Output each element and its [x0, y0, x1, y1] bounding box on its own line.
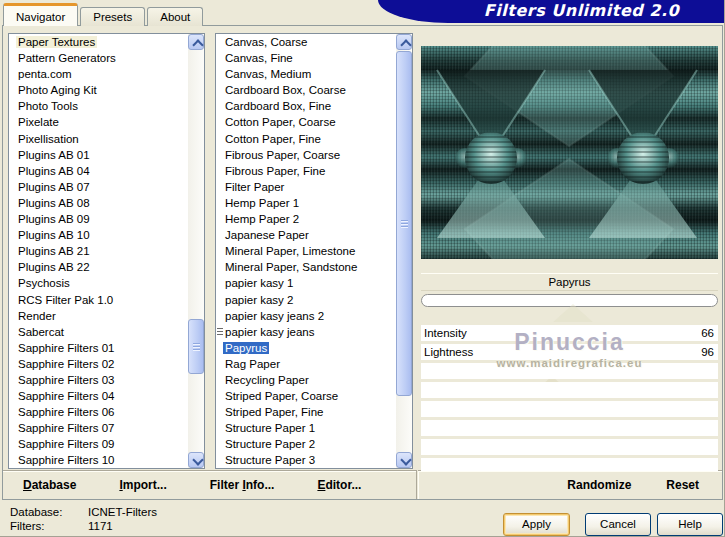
filter-list-item[interactable]: Hemp Paper 2 — [216, 211, 395, 227]
parameter-slider-row[interactable] — [421, 439, 718, 455]
parameter-slider-row[interactable] — [421, 401, 718, 417]
parameter-slider-row[interactable]: Lightness 96 — [421, 344, 718, 360]
filter-list-item[interactable]: papier kasy jeans 2 — [216, 308, 395, 324]
apply-button[interactable]: Apply — [503, 513, 570, 536]
parameter-slider-row[interactable] — [421, 458, 718, 471]
reset-button[interactable]: Reset — [666, 478, 699, 492]
category-list-item[interactable]: Pattern Generators — [9, 50, 187, 66]
preview-pattern — [421, 46, 718, 259]
filter-list-item[interactable]: papier kasy 2 — [216, 292, 395, 308]
title-banner: Filters Unlimited 2.0 — [378, 0, 725, 23]
category-list-item[interactable]: Photo Aging Kit — [9, 82, 187, 98]
filter-list-item[interactable]: Striped Paper, Coarse — [216, 388, 395, 404]
category-list-item[interactable]: Sapphire Filters 07 — [9, 420, 187, 436]
filter-list-item[interactable]: Canvas, Coarse — [216, 34, 395, 50]
status-filters-row: Filters:1171 — [10, 519, 157, 533]
filter-list-item[interactable]: Rag Paper — [216, 356, 395, 372]
filter-list-item[interactable]: Hemp Paper 1 — [216, 195, 395, 211]
parameter-label: Intensity — [424, 325, 467, 341]
parameter-panel: Intensity 66 Lightness 96 — [421, 325, 718, 471]
import-button[interactable]: Import... — [119, 478, 166, 492]
category-list-item[interactable]: Sapphire Filters 10 — [9, 452, 187, 468]
category-list-item[interactable]: Plugins AB 04 — [9, 163, 187, 179]
filter-list-item[interactable]: Recycling Paper — [216, 372, 395, 388]
category-scroll-thumb[interactable] — [188, 319, 204, 374]
category-list-item[interactable]: Sapphire Filters 02 — [9, 356, 187, 372]
parameter-value: 96 — [701, 344, 714, 360]
filters-count: 1171 — [88, 520, 113, 532]
parameter-slider-row[interactable]: Intensity 66 — [421, 325, 718, 341]
filter-list-item[interactable]: Structure Paper 2 — [216, 436, 395, 452]
filter-list-item[interactable]: Mineral Paper, Limestone — [216, 243, 395, 259]
category-list-item[interactable]: Plugins AB 21 — [9, 243, 187, 259]
category-list-item[interactable]: Plugins AB 22 — [9, 259, 187, 275]
category-list-item[interactable]: Photo Tools — [9, 98, 187, 114]
category-list-item[interactable]: Render — [9, 308, 187, 324]
filter-list-item[interactable]: papier kasy jeans — [216, 324, 395, 340]
filter-listbox[interactable]: Canvas, Coarse Canvas, Fine Canvas, Medi… — [215, 33, 413, 469]
category-list-item[interactable]: Pixellisation — [9, 131, 187, 147]
filter-scroll-thumb[interactable] — [396, 51, 412, 396]
category-list-item[interactable]: Plugins AB 01 — [9, 147, 187, 163]
category-list-item[interactable]: RCS Filter Pak 1.0 — [9, 292, 187, 308]
category-list-item[interactable]: Sapphire Filters 01 — [9, 340, 187, 356]
filter-scrollbar[interactable] — [396, 34, 412, 468]
filter-list-item[interactable]: Filter Paper — [216, 179, 395, 195]
category-list-item[interactable]: Sapphire Filters 03 — [9, 372, 187, 388]
filter-list-item[interactable]: Japanese Paper — [216, 227, 395, 243]
parameter-slider-row[interactable] — [421, 382, 718, 398]
filter-list-item[interactable]: Cotton Paper, Coarse — [216, 114, 395, 130]
filters-unlimited-dialog: Filters Unlimited 2.0 Navigator Presets … — [0, 0, 725, 537]
right-toolbar: Randomize Reset — [418, 470, 722, 499]
filter-list-item[interactable]: Papyrus — [216, 340, 395, 356]
category-list-item[interactable]: Psychosis — [9, 275, 187, 291]
window-title: Filters Unlimited 2.0 — [378, 0, 725, 22]
tab[interactable]: About — [147, 7, 203, 26]
help-button[interactable]: Help — [657, 513, 723, 536]
category-list-item[interactable]: penta.com — [9, 66, 187, 82]
category-list-item[interactable]: Plugins AB 07 — [9, 179, 187, 195]
category-list-item[interactable]: Pixelate — [9, 114, 187, 130]
filter-list-item[interactable]: Cardboard Box, Coarse — [216, 82, 395, 98]
scroll-up-icon[interactable] — [396, 34, 412, 50]
filter-list-item[interactable]: papier kasy 1 — [216, 275, 395, 291]
cancel-button[interactable]: Cancel — [585, 513, 651, 536]
scroll-down-icon[interactable] — [188, 452, 204, 468]
category-listbox[interactable]: Paper Textures Pattern Generators penta.… — [8, 33, 205, 469]
category-list-item[interactable]: Sapphire Filters 04 — [9, 388, 187, 404]
filter-list-item[interactable]: Fibrous Paper, Coarse — [216, 147, 395, 163]
category-list-item[interactable]: Sabercat — [9, 324, 187, 340]
scroll-down-icon[interactable] — [396, 452, 412, 468]
category-scrollbar[interactable] — [188, 34, 204, 468]
filter-list-item[interactable]: Structure Paper 3 — [216, 452, 395, 468]
filter-list-item[interactable]: Canvas, Fine — [216, 50, 395, 66]
tab[interactable]: Navigator — [3, 3, 78, 26]
category-list-item[interactable]: Sapphire Filters 09 — [9, 436, 187, 452]
filter-preview-image[interactable] — [421, 46, 718, 259]
filter-list-item[interactable]: Striped Paper, Fine — [216, 404, 395, 420]
category-list-item[interactable]: Plugins AB 09 — [9, 211, 187, 227]
category-list-item[interactable]: Plugins AB 10 — [9, 227, 187, 243]
navigator-page: Paper Textures Pattern Generators penta.… — [2, 25, 723, 500]
status-bar: Database:ICNET-Filters Filters:1171 — [10, 505, 157, 533]
filter-list-item[interactable]: Structure Paper 1 — [216, 420, 395, 436]
watermark-triangle — [553, 304, 593, 322]
category-list-item[interactable]: Paper Textures — [9, 34, 187, 50]
randomize-button[interactable]: Randomize — [567, 478, 631, 492]
parameter-slider-row[interactable] — [421, 363, 718, 379]
database-button[interactable]: Database — [23, 478, 76, 492]
parameter-value: 66 — [701, 325, 714, 341]
parameter-slider-row[interactable] — [421, 420, 718, 436]
filter-list-item[interactable]: Fibrous Paper, Fine — [216, 163, 395, 179]
filter-list-item[interactable]: Cardboard Box, Fine — [216, 98, 395, 114]
filter-info-button[interactable]: Filter Info... — [210, 478, 275, 492]
row-marker-icon — [217, 328, 223, 337]
filter-list-item[interactable]: Cotton Paper, Fine — [216, 131, 395, 147]
tab[interactable]: Presets — [80, 7, 145, 26]
scroll-up-icon[interactable] — [188, 34, 204, 50]
filter-list-item[interactable]: Mineral Paper, Sandstone — [216, 259, 395, 275]
filter-list-item[interactable]: Canvas, Medium — [216, 66, 395, 82]
category-list-item[interactable]: Sapphire Filters 06 — [9, 404, 187, 420]
category-list-item[interactable]: Plugins AB 08 — [9, 195, 187, 211]
editor-button[interactable]: Editor... — [317, 478, 361, 492]
